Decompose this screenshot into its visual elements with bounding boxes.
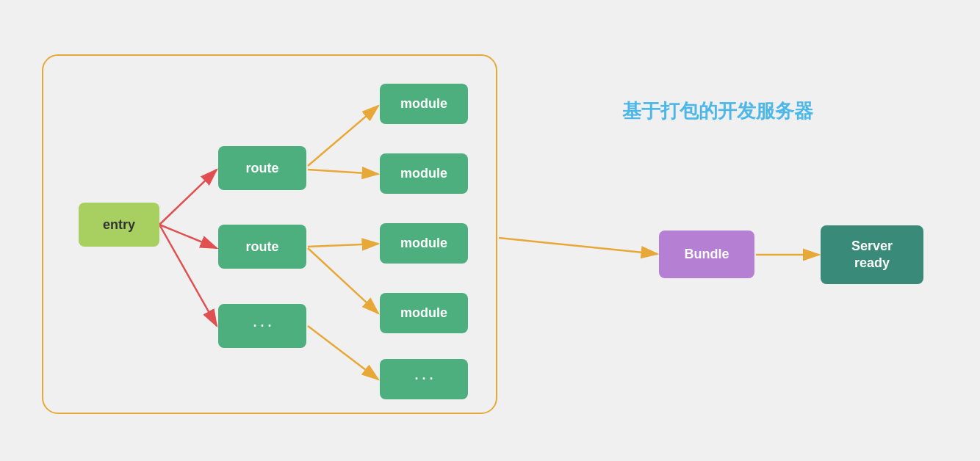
diagram-container: entry route route · · · module module mo… [20, 25, 960, 436]
bundle-label: Bundle [685, 247, 729, 262]
node-module4: module [380, 293, 468, 333]
svg-line-10 [499, 238, 657, 254]
route1-label: route [246, 161, 279, 176]
node-route1: route [218, 146, 306, 190]
node-module1: module [380, 84, 468, 124]
node-route2: route [218, 225, 306, 269]
node-dots-right: · · · [380, 359, 468, 399]
module4-label: module [400, 305, 447, 321]
server-ready-label: Server ready [851, 238, 893, 272]
node-bundle: Bundle [659, 230, 754, 278]
dots-left-label: · · · [253, 319, 271, 334]
module1-label: module [400, 96, 447, 112]
module3-label: module [400, 236, 447, 251]
node-entry: entry [79, 203, 159, 247]
entry-label: entry [103, 217, 135, 233]
route2-label: route [246, 239, 279, 255]
node-server-ready: Server ready [821, 225, 923, 284]
node-module2: module [380, 153, 468, 194]
module2-label: module [400, 166, 447, 181]
node-dots-left: · · · [218, 304, 306, 348]
dots-right-label: · · · [414, 371, 433, 387]
node-module3: module [380, 223, 468, 264]
page-title: 基于打包的开发服务器 [622, 98, 813, 124]
